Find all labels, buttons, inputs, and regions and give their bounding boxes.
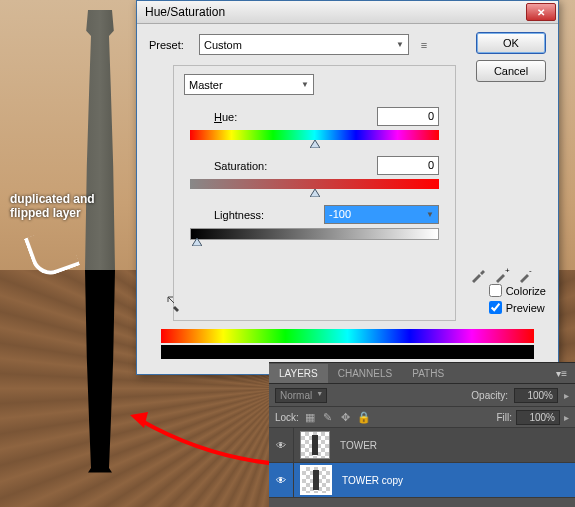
- cancel-button[interactable]: Cancel: [476, 60, 546, 82]
- layer-row[interactable]: 👁 TOWER: [269, 428, 575, 463]
- lightness-label: Lightness:: [214, 209, 324, 221]
- svg-marker-3: [192, 238, 202, 246]
- layer-thumbnail[interactable]: [300, 431, 330, 459]
- svg-marker-1: [310, 140, 320, 148]
- saturation-value[interactable]: 0: [377, 156, 439, 175]
- svg-marker-0: [130, 412, 148, 428]
- visibility-eye-icon[interactable]: 👁: [269, 428, 294, 462]
- hue-value[interactable]: 0: [377, 107, 439, 126]
- titlebar[interactable]: Hue/Saturation ✕: [137, 1, 558, 24]
- chevron-right-icon[interactable]: ▸: [564, 412, 569, 423]
- svg-marker-2: [310, 189, 320, 197]
- lock-transparency-icon[interactable]: ▦: [303, 410, 317, 424]
- preset-select[interactable]: Custom: [199, 34, 409, 55]
- chevron-right-icon[interactable]: ▸: [564, 390, 569, 401]
- saturation-label: Saturation:: [214, 160, 324, 172]
- hue-label: Hue:: [214, 111, 324, 123]
- preset-menu-icon[interactable]: ≡: [415, 36, 433, 54]
- colorize-checkbox[interactable]: Colorize: [489, 284, 546, 297]
- layer-name[interactable]: TOWER copy: [338, 475, 403, 486]
- svg-text:-: -: [529, 266, 532, 275]
- ok-button[interactable]: OK: [476, 32, 546, 54]
- svg-text:+: +: [505, 266, 510, 275]
- tab-paths[interactable]: PATHS: [402, 364, 454, 383]
- lock-brush-icon[interactable]: ✎: [321, 410, 335, 424]
- eyedropper-icon[interactable]: [469, 266, 487, 284]
- saturation-slider-handle[interactable]: [310, 187, 320, 195]
- hue-spectrum-top: [161, 329, 534, 343]
- hue-spectrum-bottom: [161, 345, 534, 359]
- preset-label: Preset:: [149, 39, 193, 51]
- close-icon[interactable]: ✕: [526, 3, 556, 21]
- tab-channels[interactable]: CHANNELS: [328, 364, 402, 383]
- blend-mode-select[interactable]: Normal: [275, 388, 327, 403]
- layer-thumbnail[interactable]: [300, 465, 332, 495]
- annotation-duplicated: duplicated and flipped layer: [10, 192, 95, 220]
- targeted-adjust-icon[interactable]: [165, 294, 185, 314]
- fill-value[interactable]: 100%: [516, 410, 560, 425]
- hue-slider-handle[interactable]: [310, 138, 320, 146]
- layer-row[interactable]: 👁 TOWER copy: [269, 463, 575, 498]
- dialog-title: Hue/Saturation: [145, 5, 524, 19]
- layer-name[interactable]: TOWER: [336, 440, 377, 451]
- visibility-eye-icon[interactable]: 👁: [269, 463, 294, 497]
- layers-panel: LAYERS CHANNELS PATHS ▾≡ Normal Opacity:…: [269, 362, 575, 507]
- eyedropper-add-icon[interactable]: +: [493, 266, 511, 284]
- fill-label: Fill:: [496, 412, 512, 423]
- lightness-slider-handle[interactable]: [192, 236, 202, 244]
- lock-all-icon[interactable]: 🔒: [357, 410, 371, 424]
- opacity-label: Opacity:: [471, 390, 508, 401]
- preview-checkbox[interactable]: Preview: [489, 301, 546, 314]
- lightness-value[interactable]: -100: [324, 205, 439, 224]
- panel-menu-icon[interactable]: ▾≡: [548, 364, 575, 383]
- eyedropper-subtract-icon[interactable]: -: [517, 266, 535, 284]
- hue-saturation-dialog: Hue/Saturation ✕ OK Cancel Preset: Custo…: [136, 0, 559, 375]
- lock-label: Lock:: [275, 412, 299, 423]
- tab-layers[interactable]: LAYERS: [269, 364, 328, 383]
- channel-select[interactable]: Master: [184, 74, 314, 95]
- lock-move-icon[interactable]: ✥: [339, 410, 353, 424]
- opacity-value[interactable]: 100%: [514, 388, 558, 403]
